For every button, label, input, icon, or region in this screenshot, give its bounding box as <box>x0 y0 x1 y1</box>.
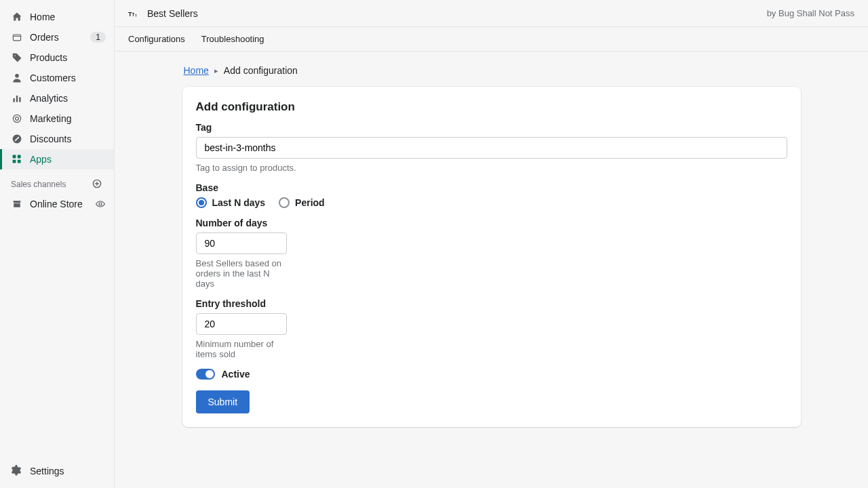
radio-period[interactable]: Period <box>279 197 325 208</box>
customers-icon <box>11 72 23 84</box>
days-label: Number of days <box>196 218 787 228</box>
store-icon <box>11 198 23 210</box>
sidebar-item-products[interactable]: Products <box>0 47 114 68</box>
threshold-input[interactable] <box>196 313 287 335</box>
app-icon: TTT <box>128 9 140 18</box>
orders-icon <box>11 31 23 43</box>
base-label: Base <box>196 182 787 193</box>
radio-label: Period <box>295 197 325 208</box>
tag-input[interactable] <box>196 137 787 159</box>
sidebar-item-label: Analytics <box>30 93 68 104</box>
threshold-help: Minimum number of items sold <box>196 339 291 359</box>
days-input[interactable] <box>196 232 287 254</box>
sidebar-item-label: Orders <box>30 32 59 43</box>
sidebar-item-label: Apps <box>30 154 52 165</box>
svg-rect-3 <box>13 98 14 102</box>
add-channel-button[interactable] <box>92 179 103 190</box>
sidebar: Home Orders 1 Products Customers Analyti… <box>0 0 115 488</box>
active-label: Active <box>222 369 250 380</box>
tabbar: Configurations Troubleshooting <box>115 27 868 52</box>
svg-point-2 <box>15 74 19 78</box>
submit-button[interactable]: Submit <box>196 390 250 413</box>
svg-rect-12 <box>18 160 21 163</box>
sidebar-item-home[interactable]: Home <box>0 7 114 27</box>
topbar: TTT Best Sellers by Bug Shall Not Pass <box>115 0 868 27</box>
sidebar-item-orders[interactable]: Orders 1 <box>0 27 114 47</box>
channel-online-store[interactable]: Online Store <box>0 194 114 214</box>
svg-rect-0 <box>13 35 20 41</box>
active-toggle[interactable] <box>196 369 215 380</box>
eye-icon[interactable] <box>95 199 106 209</box>
sidebar-item-label: Marketing <box>30 113 71 124</box>
sidebar-item-marketing[interactable]: Marketing <box>0 108 114 129</box>
byline: by Bug Shall Not Pass <box>767 8 854 18</box>
tab-configurations[interactable]: Configurations <box>128 28 185 49</box>
marketing-icon <box>11 113 23 125</box>
discounts-icon <box>11 133 23 145</box>
svg-rect-4 <box>16 96 18 102</box>
svg-rect-9 <box>13 155 16 159</box>
breadcrumb-home[interactable]: Home <box>184 65 209 76</box>
sidebar-item-discounts[interactable]: Discounts <box>0 129 114 149</box>
svg-point-14 <box>99 203 102 205</box>
analytics-icon <box>11 92 23 104</box>
svg-point-7 <box>16 117 19 121</box>
breadcrumb: Home ▸ Add configuration <box>182 65 801 76</box>
tag-label: Tag <box>196 122 787 133</box>
card-title: Add configuration <box>196 100 787 114</box>
sidebar-item-label: Discounts <box>30 134 71 144</box>
sidebar-item-customers[interactable]: Customers <box>0 68 114 88</box>
svg-point-1 <box>14 55 16 56</box>
tag-help: Tag to assign to products. <box>196 163 787 173</box>
tab-troubleshooting[interactable]: Troubleshooting <box>201 28 264 49</box>
sidebar-item-label: Home <box>30 12 55 22</box>
svg-rect-11 <box>13 160 16 163</box>
sidebar-item-analytics[interactable]: Analytics <box>0 88 114 108</box>
apps-icon <box>11 153 23 165</box>
svg-rect-10 <box>18 155 21 159</box>
orders-badge: 1 <box>90 32 106 43</box>
sales-channels-heading: Sales channels <box>0 169 114 194</box>
radio-last-n-days[interactable]: Last N days <box>196 197 266 208</box>
sidebar-item-label: Products <box>30 52 67 63</box>
products-icon <box>11 52 23 64</box>
svg-text:T: T <box>135 14 137 18</box>
sidebar-settings[interactable]: Settings <box>0 461 114 481</box>
sidebar-item-apps[interactable]: Apps <box>0 149 114 169</box>
radio-label: Last N days <box>212 197 266 208</box>
svg-point-6 <box>13 115 20 122</box>
home-icon <box>11 11 23 23</box>
svg-rect-5 <box>19 97 20 102</box>
days-help: Best Sellers based on orders in the last… <box>196 258 291 289</box>
threshold-label: Entry threshold <box>196 298 787 309</box>
chevron-right-icon: ▸ <box>214 66 218 75</box>
sidebar-item-label: Customers <box>30 73 76 83</box>
settings-icon <box>11 465 23 477</box>
breadcrumb-current: Add configuration <box>224 65 298 76</box>
radio-icon <box>279 197 290 208</box>
settings-label: Settings <box>30 466 64 476</box>
svg-text:T: T <box>132 12 134 17</box>
config-card: Add configuration Tag Tag to assign to p… <box>182 87 801 427</box>
channel-label: Online Store <box>30 199 83 209</box>
radio-icon <box>196 197 207 208</box>
app-title: Best Sellers <box>147 8 198 19</box>
